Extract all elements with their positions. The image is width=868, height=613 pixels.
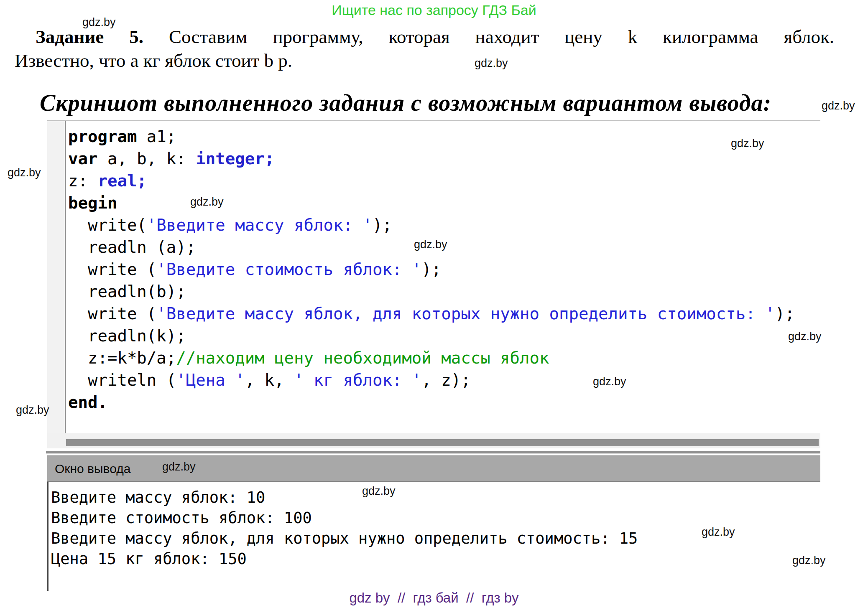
- code-token-pl: readln (a);: [68, 238, 196, 257]
- code-token-str: 'Введите массу яблок, для которых нужно …: [156, 304, 775, 323]
- output-line: Введите стоимость яблок: 100: [51, 508, 820, 528]
- gdzby-watermark: gdz.by: [731, 137, 764, 150]
- code-line: end.: [68, 391, 820, 413]
- output-line: Цена 15 кг яблок: 150: [51, 549, 820, 569]
- code-token-pl: readln(b);: [68, 282, 186, 301]
- output-line: Введите массу яблок: 10: [51, 487, 820, 508]
- gdzby-watermark: gdz.by: [822, 99, 855, 112]
- code-token-str: ' кг яблок: ': [294, 371, 421, 389]
- screenshot-heading: Скриншот выполненного задания с возможны…: [40, 89, 834, 117]
- gdzby-watermark: gdz.by: [82, 16, 116, 29]
- output-window-title: Окно вывода: [55, 462, 130, 476]
- code-token-pl: writeln (: [68, 371, 176, 389]
- code-token-str: 'Цена ': [176, 371, 245, 389]
- code-token-kw: end.: [68, 393, 107, 412]
- code-token-pl: write (: [68, 260, 156, 279]
- code-line: z:=k*b/a;//находим цену необходимой масс…: [68, 347, 820, 369]
- code-token-pl: a1;: [137, 127, 176, 146]
- code-token-pl: z:: [68, 171, 97, 190]
- code-token-pl: );: [373, 216, 392, 234]
- code-line: readln(b);: [68, 280, 820, 303]
- gdzby-watermark: gdz.by: [475, 57, 508, 70]
- gdzby-watermark: gdz.by: [792, 554, 826, 567]
- code-line: writeln ('Цена ', k, ' кг яблок: ', z);: [68, 369, 820, 391]
- code-token-kw: begin: [68, 193, 117, 212]
- code-token-str: 'Введите массу яблок: ': [147, 216, 373, 234]
- footer-watermark: gdz by // гдз бай // гдз by: [0, 590, 868, 606]
- code-token-pl: a, b, k:: [97, 149, 196, 168]
- gdzby-watermark: gdz.by: [414, 238, 447, 251]
- code-token-cm: //находим цену необходимой массы яблок: [176, 348, 549, 367]
- code-line: write ('Введите массу яблок, для которых…: [68, 303, 820, 325]
- code-line: z: real;: [68, 170, 820, 192]
- horizontal-scrollbar[interactable]: [47, 433, 820, 448]
- code-token-kw: var: [68, 149, 97, 168]
- code-line: program a1;: [68, 125, 820, 148]
- code-token-pl: , z);: [421, 371, 470, 389]
- gdzby-watermark: gdz.by: [788, 330, 822, 343]
- editor-gutter: [47, 121, 66, 433]
- code-line: var a, b, k: integer;: [68, 148, 820, 170]
- promo-banner: Ищите нас по запросу ГДЗ Бай: [0, 1, 868, 19]
- task-paragraph: Задание 5. Составим программу, которая н…: [13, 25, 834, 73]
- code-token-pl: write (: [68, 304, 156, 323]
- code-editor-window: program a1;var a, b, k: integer;z: real;…: [47, 120, 820, 433]
- gdzby-watermark: gdz.by: [362, 485, 396, 498]
- gdzby-watermark: gdz.by: [16, 404, 49, 417]
- task-line-2: Известно, что a кг яблок стоит b р.: [13, 49, 834, 73]
- code-line: write('Введите массу яблок: ');: [68, 214, 820, 236]
- code-line: write ('Введите стоимость яблок: ');: [68, 258, 820, 280]
- code-token-pl: , k,: [245, 371, 294, 389]
- code-token-ty: real;: [97, 171, 146, 190]
- code-token-pl: z:=k*b/a;: [68, 348, 176, 367]
- code-token-pl: write(: [68, 216, 147, 234]
- output-window: Окно вывода Введите массу яблок: 10Введи…: [47, 455, 820, 591]
- code-line: readln(k);: [68, 325, 820, 347]
- gdzby-watermark: gdz.by: [162, 460, 196, 473]
- code-token-pl: );: [775, 304, 795, 323]
- code-token-ty: integer;: [196, 149, 274, 168]
- code-token-pl: readln(k);: [68, 326, 186, 345]
- scrollbar-thumb[interactable]: [66, 439, 819, 446]
- code-token-kw: program: [68, 127, 137, 146]
- gdzby-watermark: gdz.by: [702, 526, 735, 539]
- gdzby-watermark: gdz.by: [190, 196, 224, 209]
- task-line-1: Задание 5. Составим программу, которая н…: [13, 25, 834, 49]
- code-token-str: 'Введите стоимость яблок: ': [156, 260, 421, 279]
- gdzby-watermark: gdz.by: [593, 375, 626, 388]
- task-number: Задание 5.: [36, 26, 143, 47]
- code-editor-area[interactable]: program a1;var a, b, k: integer;z: real;…: [66, 121, 820, 433]
- task-text: Составим программу, которая находит цену…: [143, 26, 834, 47]
- gdzby-watermark: gdz.by: [8, 166, 41, 179]
- code-token-pl: );: [421, 260, 441, 279]
- window-splitter[interactable]: [46, 451, 820, 454]
- code-line: begin: [68, 192, 820, 214]
